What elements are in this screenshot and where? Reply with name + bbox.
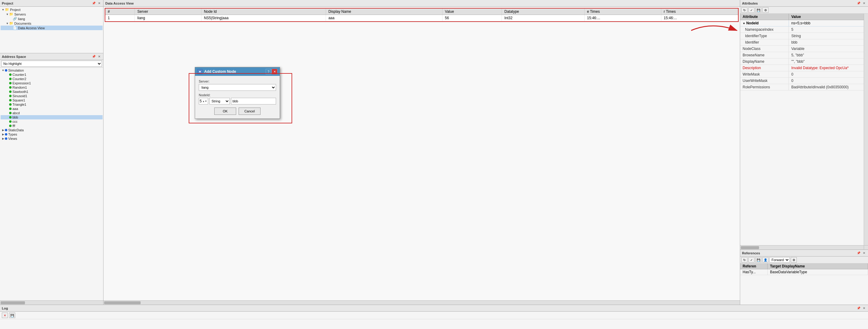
tree-item-servers[interactable]: ▼ 📁 Servers (1, 12, 102, 17)
attr-description[interactable]: Description Invalid Datatype: Expected O… (740, 65, 864, 71)
ref-save-btn[interactable]: 💾 (755, 257, 762, 263)
attr-identifier-type[interactable]: IdentifierType String (740, 33, 864, 39)
address-space-pin-icon[interactable]: 📌 (92, 55, 96, 59)
tree-item-abcd[interactable]: abcd (1, 111, 102, 115)
references-table: Referen Target DisplayName HasTy... Base… (740, 264, 868, 305)
attr-settings-btn[interactable]: ⚙ (763, 7, 769, 13)
attr-close-icon[interactable]: ✕ (862, 1, 866, 5)
attr-identifier[interactable]: Identifier bbb (740, 39, 864, 46)
tree-item-types[interactable]: ▶ Types (1, 132, 102, 136)
attr-browsename[interactable]: BrowseName 5, "bbb" (740, 52, 864, 58)
expand-documents[interactable]: ▼ (5, 22, 9, 25)
nodeid-value-input[interactable] (231, 98, 276, 105)
log-header-icons: 📌 ✕ (857, 306, 866, 310)
address-tree-scroll-h[interactable] (0, 300, 103, 305)
attr-namespace-val: 5 (789, 27, 864, 33)
project-title: Project (2, 2, 13, 5)
attr-namespace-index[interactable]: NamespaceIndex 5 (740, 27, 864, 33)
expand-servers[interactable]: ▼ (5, 13, 9, 16)
attr-scrollbar-v[interactable] (864, 14, 868, 245)
attr-identifier-key: Identifier (740, 39, 789, 46)
log-error-btn[interactable]: ✕ (2, 312, 8, 318)
attr-refresh-btn[interactable]: ↻ (741, 7, 747, 13)
cell-datatype: Int32 (502, 15, 585, 21)
attr-displayname[interactable]: DisplayName "", "bbb" (740, 58, 864, 65)
tree-item-counter2[interactable]: Counter2 (1, 77, 102, 81)
ref-refresh-btn[interactable]: ↻ (741, 257, 747, 263)
attr-section-nodeid[interactable]: ▼NodeId ns=5;s=bbb (740, 20, 864, 27)
project-pin-icon[interactable]: 📌 (92, 1, 96, 5)
tree-item-project[interactable]: ▼ 📁 Project (1, 7, 102, 12)
simulation-dot (5, 69, 7, 72)
tree-item-data-access-view[interactable]: 📄 Data Access View (1, 26, 102, 30)
dialog-close-btn[interactable]: ✕ (272, 69, 277, 74)
project-panel: Project 📌 ✕ ▼ 📁 Project ▼ 📁 Servers (0, 0, 103, 53)
expand-project[interactable]: ▼ (1, 8, 5, 11)
ref-close-icon[interactable]: ✕ (862, 251, 866, 255)
log-panel: Log 📌 ✕ ✕ 💾 (0, 305, 868, 329)
tree-item-sawtooth1[interactable]: Sawtooth1 (1, 89, 102, 94)
attr-writemask-key: WriteMask (740, 71, 789, 77)
attr-writemask[interactable]: WriteMask 0 (740, 71, 864, 78)
ref-pin-icon[interactable]: 📌 (857, 251, 861, 255)
expand-simulation[interactable]: ▼ (1, 69, 5, 72)
documents-folder-icon: 📁 (9, 21, 13, 25)
attr-check-btn[interactable]: ✓ (748, 7, 754, 13)
attr-nodeclass[interactable]: NodeClass Variable (740, 46, 864, 52)
attr-browsename-val: 5, "bbb" (789, 52, 864, 58)
tree-item-fff[interactable]: fff (1, 124, 102, 128)
log-pin-icon[interactable]: 📌 (857, 306, 861, 310)
ref-row-hasty[interactable]: HasTy... BaseDataVariableType (740, 269, 868, 275)
attr-save-btn[interactable]: 💾 (755, 7, 762, 13)
tree-item-sinusoid1[interactable]: Sinusoid1 (1, 94, 102, 98)
attr-scroll-h[interactable] (740, 246, 864, 249)
nodeid-label: NodeId: (199, 93, 276, 97)
nodeid-type-select[interactable]: String Numeric Guid (209, 98, 230, 105)
project-panel-header: Project 📌 ✕ (0, 0, 103, 7)
ok-button[interactable]: OK (214, 108, 236, 115)
attr-rolepermissions[interactable]: RolePermissions BadAttributeIdInvalid (0… (740, 84, 864, 90)
tree-item-square1[interactable]: Square1 (1, 98, 102, 102)
tree-item-counter1[interactable]: Counter1 (1, 73, 102, 77)
expand-types[interactable]: ▶ (1, 133, 5, 136)
log-close-icon[interactable]: ✕ (862, 306, 866, 310)
tree-item-documents[interactable]: ▼ 📁 Documents (1, 21, 102, 26)
tree-item-random1[interactable]: Random1 (1, 85, 102, 89)
data-table-border: # Server Node Id Display Name Value Data… (105, 8, 739, 22)
expand-staticdata[interactable]: ▶ (1, 129, 5, 132)
ref-settings-btn[interactable]: ⚙ (791, 257, 797, 263)
tree-item-ccc[interactable]: ccc (1, 119, 102, 124)
expand-views[interactable]: ▶ (1, 137, 5, 140)
cancel-button[interactable]: Cancel (239, 108, 260, 115)
forward-filter[interactable]: Forward Inverse Both (769, 257, 790, 263)
attr-userwritemask[interactable]: UserWriteMask 0 (740, 78, 864, 84)
nodeid-ns-spinner[interactable]: 5 ▲▼ (199, 98, 208, 105)
views-dot (5, 137, 7, 140)
log-save-btn[interactable]: 💾 (9, 312, 15, 318)
dialog-title-area: ■ Add Custom Node (197, 69, 236, 74)
dialog-title-text: Add Custom Node (204, 70, 236, 74)
address-space-close-icon[interactable]: ✕ (97, 55, 101, 59)
tree-item-staticdata[interactable]: ▶ StaticData (1, 128, 102, 132)
table-row[interactable]: 1 liang NS5|String|aaa aaa 56 Int32 15:4… (105, 15, 738, 21)
tree-item-triangle1[interactable]: Triangle1 (1, 102, 102, 107)
highlight-filter[interactable]: No Highlight (1, 61, 102, 67)
tree-item-aaa[interactable]: aaa (1, 107, 102, 111)
data-access-scroll-h[interactable] (103, 300, 740, 305)
data-access-header: Data Access View (103, 0, 740, 7)
references-header: References 📌 ✕ (740, 250, 868, 256)
tree-item-expression1[interactable]: Expression1 (1, 81, 102, 85)
dialog-content: Server: liang NodeId: 5 ▲▼ String Numeri… (195, 76, 280, 118)
server-select[interactable]: liang (199, 84, 276, 91)
dav-label: Data Access View (18, 26, 45, 30)
project-close-icon[interactable]: ✕ (97, 1, 101, 5)
tree-item-views[interactable]: ▶ Views (1, 136, 102, 141)
dialog-help-btn[interactable]: ? (266, 69, 271, 74)
tree-item-liang[interactable]: 🔗 liang (1, 17, 102, 21)
tree-item-bbb[interactable]: bbb (1, 115, 102, 119)
ref-check-btn[interactable]: ✓ (748, 257, 754, 263)
random1-label: Random1 (12, 86, 27, 89)
ref-person-btn[interactable]: 👤 (763, 257, 769, 263)
tree-item-simulation[interactable]: ▼ Simulation (1, 68, 102, 73)
attr-pin-icon[interactable]: 📌 (857, 1, 861, 5)
